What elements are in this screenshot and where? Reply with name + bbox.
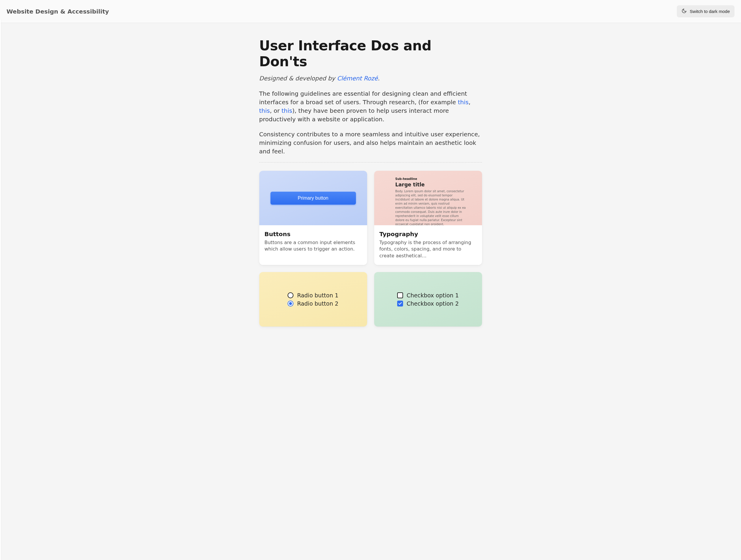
card-buttons-illustration: Primary button xyxy=(259,171,367,225)
checkbox-label: Checkbox option 1 xyxy=(407,292,459,299)
radio-label: Radio button 2 xyxy=(297,300,338,307)
theme-toggle-label: Switch to dark mode xyxy=(690,9,730,14)
card-title: Buttons xyxy=(265,231,362,238)
byline: Designed & developed by Clément Rozé. xyxy=(259,75,482,82)
research-link-1[interactable]: this xyxy=(458,99,469,106)
checkbox-checked-icon xyxy=(397,301,403,307)
cards-grid: Primary button Buttons Buttons are a com… xyxy=(259,171,482,326)
intro-text: The following guidelines are essential f… xyxy=(259,90,467,106)
divider xyxy=(259,162,482,163)
sample-primary-button: Primary button xyxy=(270,192,356,205)
typography-sample: Sub-headline Large title Body. Lorem ips… xyxy=(395,177,466,225)
page-title: User Interface Dos and Don'ts xyxy=(259,38,482,70)
card-body: Typography Typography is the process of … xyxy=(374,225,482,265)
checkbox-unchecked-icon xyxy=(397,292,403,298)
research-link-2[interactable]: this xyxy=(259,107,270,114)
main-content: User Interface Dos and Don'ts Designed &… xyxy=(256,23,485,338)
intro-sep: , or xyxy=(270,107,282,114)
card-title: Typography xyxy=(380,231,477,238)
card-checkboxes[interactable]: Checkbox option 1 Checkbox option 2 xyxy=(374,272,482,326)
site-title: Website Design & Accessibility xyxy=(6,8,109,15)
radio-option-2: Radio button 2 xyxy=(287,300,338,307)
byline-prefix: Designed & developed by xyxy=(259,75,337,82)
card-buttons[interactable]: Primary button Buttons Buttons are a com… xyxy=(259,171,367,265)
checkbox-option-1: Checkbox option 1 xyxy=(397,292,459,299)
left-edge-decoration xyxy=(0,19,1,338)
radio-unchecked-icon xyxy=(287,292,293,298)
typography-sample-body: Body. Lorem ipsum dolor sit amet, consec… xyxy=(395,189,466,225)
card-body: Buttons Buttons are a common input eleme… xyxy=(259,225,367,258)
moon-icon xyxy=(681,8,687,14)
checkbox-options: Checkbox option 1 Checkbox option 2 xyxy=(397,292,459,307)
card-description: Typography is the process of arranging f… xyxy=(380,239,477,259)
card-description: Buttons are a common input elements whic… xyxy=(265,239,362,253)
card-radio-buttons[interactable]: Radio button 1 Radio button 2 xyxy=(259,272,367,326)
byline-suffix: . xyxy=(378,75,380,82)
theme-toggle-button[interactable]: Switch to dark mode xyxy=(677,5,735,17)
card-checkbox-illustration: Checkbox option 1 Checkbox option 2 xyxy=(374,272,482,326)
intro-paragraph-2: Consistency contributes to a more seamle… xyxy=(259,130,482,156)
intro-sep: , xyxy=(468,99,470,106)
typography-sample-subheadline: Sub-headline xyxy=(395,177,466,180)
top-bar: Website Design & Accessibility Switch to… xyxy=(0,0,741,23)
intro-section: The following guidelines are essential f… xyxy=(259,89,482,156)
intro-paragraph-1: The following guidelines are essential f… xyxy=(259,89,482,124)
research-link-3[interactable]: this xyxy=(282,107,292,114)
card-typography[interactable]: Sub-headline Large title Body. Lorem ips… xyxy=(374,171,482,265)
radio-checked-icon xyxy=(287,301,293,307)
checkbox-label: Checkbox option 2 xyxy=(407,300,459,307)
radio-options: Radio button 1 Radio button 2 xyxy=(287,292,338,307)
checkbox-option-2: Checkbox option 2 xyxy=(397,300,459,307)
card-radio-illustration: Radio button 1 Radio button 2 xyxy=(259,272,367,326)
card-typography-illustration: Sub-headline Large title Body. Lorem ips… xyxy=(374,171,482,225)
typography-sample-title: Large title xyxy=(395,182,466,187)
radio-option-1: Radio button 1 xyxy=(287,292,338,299)
author-link[interactable]: Clément Rozé xyxy=(337,75,378,82)
radio-label: Radio button 1 xyxy=(297,292,338,299)
